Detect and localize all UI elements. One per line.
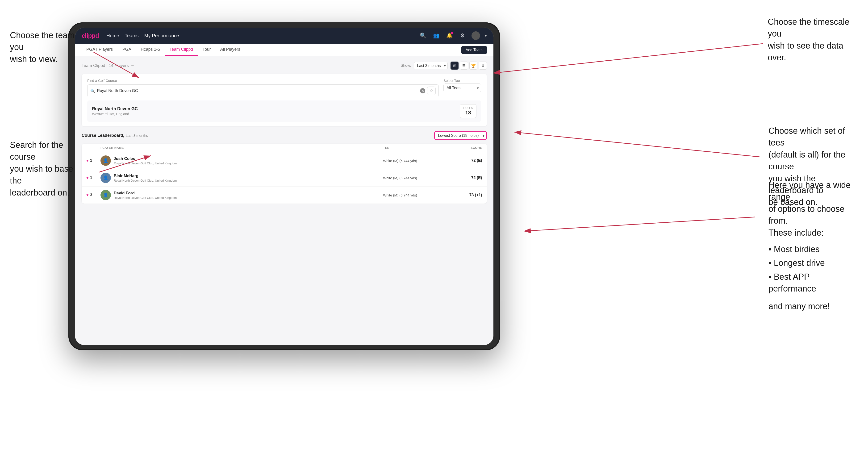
nav-icons: 🔍 👥 🔔 ⚙ ▾ <box>418 31 487 40</box>
tab-pga[interactable]: PGA <box>118 44 136 56</box>
player-avatar-3: 👤 <box>100 190 111 200</box>
app-navbar: clippd Home Teams My Performance 🔍 👥 🔔 ⚙… <box>75 28 493 44</box>
sub-nav: PGAT Players PGA Hcaps 1-5 Team Clippd T… <box>75 44 493 56</box>
team-header-right: Show: Last 3 months ▾ ⊞ ☰ 🏆 ⬇ <box>401 62 487 69</box>
and-more-text: and many more! <box>769 301 858 312</box>
course-result-name: Royal North Devon GC <box>92 106 138 111</box>
annotation-bullets: Most birdies Longest drive Best APP perf… <box>769 243 858 296</box>
annotation-top-left: Choose the team you wish to view. <box>10 30 78 65</box>
bullet-3: Best APP performance <box>769 270 858 296</box>
course-search-input-wrap: 🔍 ✕ ☆ <box>87 85 439 97</box>
team-title: Team Clippd | 14 Players <box>82 63 129 68</box>
course-search-card: Find a Golf Course 🔍 ✕ ☆ Select Tee Al <box>82 74 487 126</box>
annotation-top-right: Choose the timescale you wish to see the… <box>768 16 857 64</box>
player-avatar-2: 👤 <box>100 173 111 183</box>
tablet-screen: clippd Home Teams My Performance 🔍 👥 🔔 ⚙… <box>75 28 493 345</box>
table-row: ♥ 1 👤 Blair McHarg Royal North Devon Gol… <box>82 169 487 187</box>
tab-hcaps[interactable]: Hcaps 1-5 <box>136 44 165 56</box>
download-button[interactable]: ⬇ <box>479 62 487 69</box>
settings-icon[interactable]: ⚙ <box>458 31 467 40</box>
view-icons: ⊞ ☰ 🏆 ⬇ <box>451 62 487 69</box>
show-select[interactable]: Last 3 months <box>414 62 448 69</box>
tab-all-players[interactable]: All Players <box>216 44 245 56</box>
nav-links: Home Teams My Performance <box>106 33 179 38</box>
player-info-3: 👤 David Ford Royal North Devon Golf Club… <box>100 190 383 200</box>
player-avatar-1: 👤 <box>100 155 111 166</box>
heart-icon-2[interactable]: ♥ <box>86 176 89 180</box>
course-search-icon: 🔍 <box>90 89 95 93</box>
grid-view-button[interactable]: ⊞ <box>451 62 459 69</box>
holes-value: 18 <box>463 110 473 116</box>
nav-link-home[interactable]: Home <box>106 33 119 38</box>
player-name-3: David Ford <box>114 191 177 195</box>
tab-team-clippd[interactable]: Team Clippd <box>165 44 198 56</box>
player-score-3: 73 (+1) <box>444 193 482 197</box>
player-rank-2: 1 <box>90 176 92 180</box>
tablet-shell: clippd Home Teams My Performance 🔍 👥 🔔 ⚙… <box>68 22 500 350</box>
add-team-button[interactable]: Add Team <box>461 46 487 54</box>
player-club-2: Royal North Devon Golf Club, United King… <box>114 179 177 182</box>
player-name-2: Blair McHarg <box>114 174 177 178</box>
list-view-button[interactable]: ☰ <box>460 62 468 69</box>
player-score-1: 72 (E) <box>444 158 482 163</box>
player-tee-2: White (M) (6,744 yds) <box>383 176 444 180</box>
annotation-bottom-right: Here you have a wide range of options to… <box>769 179 858 312</box>
holes-badge: Holes 18 <box>460 104 476 118</box>
notification-badge <box>451 32 453 34</box>
avatar[interactable] <box>471 31 480 40</box>
score-type-select[interactable]: Lowest Score (18 holes) <box>434 131 487 140</box>
tab-pgat-players[interactable]: PGAT Players <box>82 44 118 56</box>
tee-select-label: Select Tee <box>443 79 481 83</box>
heart-icon-3[interactable]: ♥ <box>86 193 89 197</box>
holes-label: Holes <box>463 106 473 110</box>
player-rank-3: 3 <box>90 193 92 197</box>
player-name-1: Josh Coles <box>114 156 177 161</box>
col-score: SCORE <box>444 146 482 150</box>
edit-team-icon[interactable]: ✏ <box>131 63 134 68</box>
player-club-3: Royal North Devon Golf Club, United King… <box>114 196 177 199</box>
leaderboard-subtitle: Last 3 months <box>126 133 148 137</box>
leaderboard-table: PLAYER NAME TEE SCORE ♥ 1 👤 J <box>82 144 487 204</box>
leaderboard-section: Course Leaderboard, Last 3 months Lowest… <box>82 131 487 204</box>
nav-link-teams[interactable]: Teams <box>125 33 139 38</box>
course-result-location: Westward Ho!, England <box>92 112 138 116</box>
annotation-bottom-title: Here you have a wide range of options to… <box>769 180 850 238</box>
notification-icon[interactable]: 🔔 <box>445 31 454 40</box>
player-info-2: 👤 Blair McHarg Royal North Devon Golf Cl… <box>100 173 383 183</box>
player-score-2: 72 (E) <box>444 176 482 180</box>
col-rank <box>86 146 100 150</box>
table-row: ♥ 3 👤 David Ford Royal North Devon Golf … <box>82 187 487 204</box>
heart-icon-1[interactable]: ♥ <box>86 158 89 163</box>
main-content: Team Clippd | 14 Players ✏ Show: Last 3 … <box>75 56 493 209</box>
nav-link-my-performance[interactable]: My Performance <box>144 33 179 38</box>
favourite-button[interactable]: ☆ <box>427 87 436 95</box>
col-tee: TEE <box>383 146 444 150</box>
player-rank-1: 1 <box>90 158 92 163</box>
leaderboard-header: Course Leaderboard, Last 3 months Lowest… <box>82 131 487 140</box>
search-icon[interactable]: 🔍 <box>418 31 427 40</box>
bullet-1: Most birdies <box>769 243 858 256</box>
player-info-1: 👤 Josh Coles Royal North Devon Golf Club… <box>100 155 383 166</box>
tab-tour[interactable]: Tour <box>198 44 215 56</box>
leaderboard-title: Course Leaderboard, <box>82 133 124 138</box>
app-logo: clippd <box>82 32 99 39</box>
table-row: ♥ 1 👤 Josh Coles Royal North Devon Golf … <box>82 152 487 169</box>
annotation-mid-left: Search for the course you wish to base t… <box>10 139 83 198</box>
course-search-input[interactable] <box>97 88 418 93</box>
trophy-view-button[interactable]: 🏆 <box>469 62 477 69</box>
table-header: PLAYER NAME TEE SCORE <box>82 144 487 152</box>
player-tee-3: White (M) (6,744 yds) <box>383 193 444 197</box>
show-label: Show: <box>401 63 411 68</box>
bullet-2: Longest drive <box>769 256 858 270</box>
find-course-label: Find a Golf Course <box>87 79 439 83</box>
col-player-name: PLAYER NAME <box>100 146 383 150</box>
player-tee-1: White (M) (6,744 yds) <box>383 159 444 163</box>
tee-select[interactable]: All Tees <box>443 84 481 92</box>
people-icon[interactable]: 👥 <box>432 31 440 40</box>
team-header: Team Clippd | 14 Players ✏ Show: Last 3 … <box>82 62 487 69</box>
clear-search-button[interactable]: ✕ <box>420 88 425 93</box>
player-club-1: Royal North Devon Golf Club, United King… <box>114 161 177 165</box>
avatar-chevron: ▾ <box>485 33 487 38</box>
tee-select-wrap: Select Tee All Tees ▾ <box>443 79 481 92</box>
course-result: Royal North Devon GC Westward Ho!, Engla… <box>87 100 481 122</box>
